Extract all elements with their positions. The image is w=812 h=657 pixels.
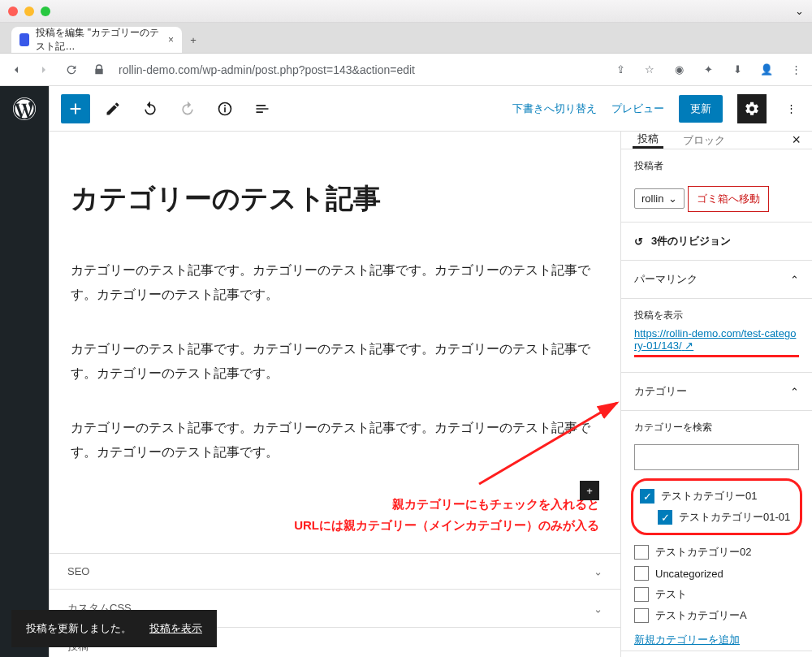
checkbox[interactable]: ✓ xyxy=(658,510,672,525)
more-menu-icon[interactable]: ⋮ xyxy=(781,94,801,123)
checkbox[interactable] xyxy=(634,566,649,581)
paragraph[interactable]: カテゴリーのテスト記事です。カテゴリーのテスト記事です。カテゴリーのテスト記事で… xyxy=(71,337,599,387)
forward-icon xyxy=(36,62,52,78)
close-sidebar-icon[interactable]: × xyxy=(792,132,801,149)
category-item[interactable]: ✓ テストカテゴリー01 xyxy=(640,486,793,507)
profile-icon[interactable]: 👤 xyxy=(758,62,775,78)
outline-icon[interactable] xyxy=(248,94,277,123)
category-label: テストカテゴリー01-01 xyxy=(679,510,790,525)
post-title[interactable]: カテゴリーのテスト記事 xyxy=(71,180,599,218)
category-item[interactable]: テスト xyxy=(634,584,799,605)
category-item[interactable]: テストカテゴリー02 xyxy=(634,542,799,563)
window-close-dot[interactable] xyxy=(8,6,18,16)
update-button[interactable]: 更新 xyxy=(679,95,723,123)
author-label: 投稿者 xyxy=(634,159,799,173)
category-search-label: カテゴリーを検索 xyxy=(634,421,799,434)
category-label: テストカテゴリー02 xyxy=(655,545,751,560)
chevron-up-icon: ⌃ xyxy=(790,386,799,398)
category-search-input[interactable] xyxy=(634,444,799,470)
editor-topbar: 下書きへ切り替え プレビュー 更新 ⋮ xyxy=(50,86,812,132)
category-label: Uncategorized xyxy=(655,568,723,580)
browser-tabstrip: 投稿を編集 "カテゴリーのテスト記… × + xyxy=(0,23,812,54)
revisions-row[interactable]: ↺ 3件のリビジョン xyxy=(621,223,812,261)
star-icon[interactable]: ☆ xyxy=(641,62,658,78)
tab-title: 投稿を編集 "カテゴリーのテスト記… xyxy=(36,26,162,54)
edit-tool-icon[interactable] xyxy=(98,94,127,123)
external-link-icon: ↗ xyxy=(685,339,693,352)
view-post-label: 投稿を表示 xyxy=(634,309,799,322)
history-icon: ↺ xyxy=(634,236,643,248)
trash-button[interactable]: ゴミ箱へ移動 xyxy=(688,186,769,212)
annotation-underline xyxy=(634,355,799,357)
back-icon[interactable] xyxy=(8,62,24,78)
new-tab-button[interactable]: + xyxy=(182,27,205,53)
author-select[interactable]: rollin⌄ xyxy=(634,188,685,209)
tab-close-icon[interactable]: × xyxy=(168,34,174,45)
settings-gear-icon[interactable] xyxy=(737,94,767,123)
undo-icon[interactable] xyxy=(136,94,165,123)
snackbar: 投稿を更新しました。 投稿を表示 xyxy=(11,610,217,647)
category-label: テストカテゴリー01 xyxy=(661,489,757,504)
tab-block[interactable]: ブロック xyxy=(678,132,730,149)
chevron-down-icon[interactable]: ⌄ xyxy=(795,5,804,17)
permalink-url[interactable]: https://rollin-demo.com/test-category-01… xyxy=(634,327,796,352)
category-label: テスト xyxy=(655,587,687,602)
camera-icon[interactable]: ◉ xyxy=(671,62,687,78)
checkbox[interactable]: ✓ xyxy=(640,489,654,504)
annotation-text: 親カテゴリーにもチェックを入れると URLには親カテゴリー（メインカテゴリー）の… xyxy=(71,494,599,535)
tags-header[interactable]: タグ xyxy=(621,651,812,657)
category-label: テストカテゴリーA xyxy=(655,608,747,623)
metabox-seo[interactable]: SEO⌃ xyxy=(50,553,620,589)
browser-tab[interactable]: 投稿を編集 "カテゴリーのテスト記… × xyxy=(11,27,182,53)
permalink-header[interactable]: パーマリンク⌃ xyxy=(621,261,812,299)
url-text[interactable]: rollin-demo.com/wp-admin/post.php?post=1… xyxy=(119,63,601,76)
wp-logo[interactable] xyxy=(0,86,49,657)
browser-addressbar: rollin-demo.com/wp-admin/post.php?post=1… xyxy=(0,54,812,86)
checkbox[interactable] xyxy=(634,608,649,623)
checkbox[interactable] xyxy=(634,545,649,560)
category-item[interactable]: テストカテゴリーA xyxy=(634,605,799,626)
chevron-up-icon: ⌃ xyxy=(790,274,799,286)
switch-draft-link[interactable]: 下書きへ切り替え xyxy=(512,102,597,116)
chevron-down-icon: ⌄ xyxy=(668,192,677,205)
reload-icon[interactable] xyxy=(63,62,80,78)
category-header[interactable]: カテゴリー⌃ xyxy=(621,372,812,411)
extension-icon[interactable]: ✦ xyxy=(700,62,716,78)
preview-link[interactable]: プレビュー xyxy=(611,102,664,116)
lock-icon[interactable] xyxy=(91,62,107,78)
annotation-arrow xyxy=(471,395,633,492)
share-icon[interactable]: ⇪ xyxy=(612,62,628,78)
redo-icon xyxy=(173,94,202,123)
add-category-link[interactable]: 新規カテゴリーを追加 xyxy=(634,633,799,647)
info-icon[interactable] xyxy=(210,94,240,123)
category-item[interactable]: Uncategorized xyxy=(634,563,799,584)
snackbar-message: 投稿を更新しました。 xyxy=(26,621,132,636)
add-block-button[interactable] xyxy=(61,94,90,123)
download-icon[interactable]: ⬇ xyxy=(729,62,745,78)
menu-icon[interactable]: ⋮ xyxy=(788,62,804,78)
favicon xyxy=(19,33,29,46)
settings-sidebar: 投稿 ブロック × 投稿者 rollin⌄ ゴミ箱へ移動 ↺ 3件のリビジョン xyxy=(620,132,812,657)
svg-line-2 xyxy=(479,403,617,484)
window-min-dot[interactable] xyxy=(24,6,34,16)
checkbox[interactable] xyxy=(634,587,649,602)
snackbar-view-link[interactable]: 投稿を表示 xyxy=(149,621,202,636)
author-section: 投稿者 rollin⌄ ゴミ箱へ移動 xyxy=(621,149,812,223)
mac-titlebar: ⌄ xyxy=(0,0,812,23)
tab-post[interactable]: 投稿 xyxy=(633,132,663,149)
window-max-dot[interactable] xyxy=(41,6,50,16)
category-item[interactable]: ✓ テストカテゴリー01-01 xyxy=(640,507,793,528)
paragraph[interactable]: カテゴリーのテスト記事です。カテゴリーのテスト記事です。カテゴリーのテスト記事で… xyxy=(71,258,599,308)
